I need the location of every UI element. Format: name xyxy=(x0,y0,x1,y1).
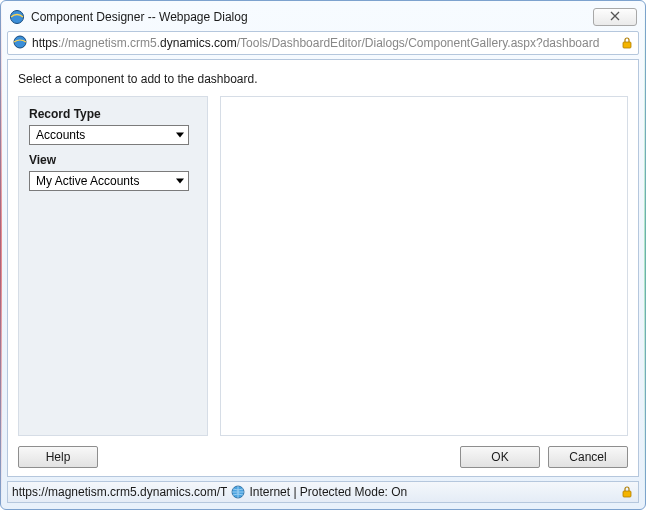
svg-rect-2 xyxy=(623,42,631,48)
instruction-text: Select a component to add to the dashboa… xyxy=(18,70,628,96)
svg-rect-4 xyxy=(623,491,631,497)
view-value: My Active Accounts xyxy=(36,174,139,188)
options-panel: Record Type Accounts View My Active Acco… xyxy=(18,96,208,436)
record-type-label: Record Type xyxy=(29,107,197,121)
close-button[interactable] xyxy=(593,8,637,26)
cancel-button[interactable]: Cancel xyxy=(548,446,628,468)
page-icon xyxy=(12,34,28,53)
titlebar: Component Designer -- Webpage Dialog xyxy=(5,5,641,31)
ie-icon xyxy=(9,9,25,25)
main-area: Record Type Accounts View My Active Acco… xyxy=(18,96,628,436)
ok-button[interactable]: OK xyxy=(460,446,540,468)
status-zone: Internet | Protected Mode: On xyxy=(249,485,407,499)
help-button[interactable]: Help xyxy=(18,446,98,468)
window-title: Component Designer -- Webpage Dialog xyxy=(31,10,593,24)
record-type-value: Accounts xyxy=(36,128,85,142)
view-select[interactable]: My Active Accounts xyxy=(29,171,189,191)
view-label: View xyxy=(29,153,197,167)
lock-icon xyxy=(620,36,634,50)
close-icon xyxy=(610,11,620,23)
record-type-select[interactable]: Accounts xyxy=(29,125,189,145)
chevron-down-icon xyxy=(176,179,184,184)
status-bar: https://magnetism.crm5.dynamics.com/T In… xyxy=(7,481,639,503)
address-bar[interactable]: https://magnetism.crm5.dynamics.com/Tool… xyxy=(7,31,639,55)
preview-panel xyxy=(220,96,628,436)
dialog-window: Component Designer -- Webpage Dialog htt… xyxy=(0,0,646,510)
svg-point-1 xyxy=(14,36,26,48)
address-url: https://magnetism.crm5.dynamics.com/Tool… xyxy=(32,36,616,50)
dialog-content: Select a component to add to the dashboa… xyxy=(7,59,639,477)
globe-icon xyxy=(231,485,245,499)
button-row: Help OK Cancel xyxy=(18,436,628,468)
status-url: https://magnetism.crm5.dynamics.com/T xyxy=(12,485,227,499)
chevron-down-icon xyxy=(176,133,184,138)
svg-point-0 xyxy=(11,11,24,24)
lock-icon xyxy=(620,485,634,499)
